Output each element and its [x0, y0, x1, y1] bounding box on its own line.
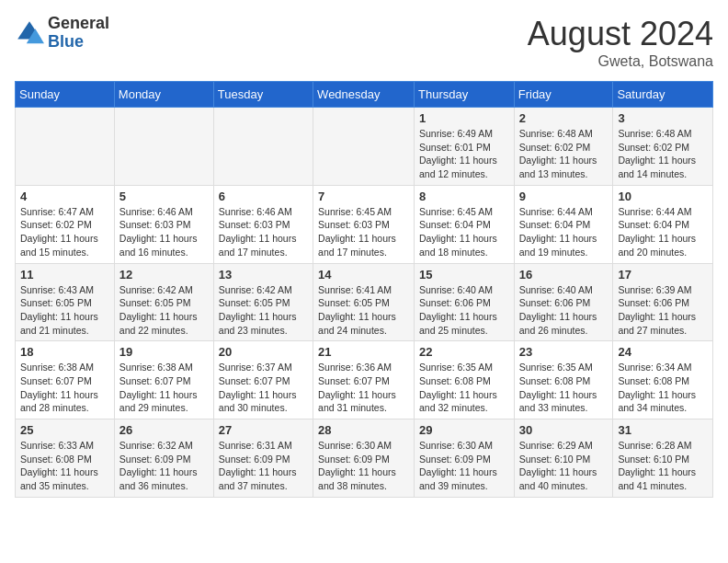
logo-text: General Blue	[48, 15, 109, 52]
day-info: Sunrise: 6:35 AM Sunset: 6:08 PM Dayligh…	[419, 361, 509, 415]
day-info: Sunrise: 6:46 AM Sunset: 6:03 PM Dayligh…	[219, 205, 308, 259]
day-info: Sunrise: 6:42 AM Sunset: 6:05 PM Dayligh…	[219, 283, 308, 338]
day-info: Sunrise: 6:39 AM Sunset: 6:06 PM Dayligh…	[618, 283, 708, 338]
day-info: Sunrise: 6:40 AM Sunset: 6:06 PM Dayligh…	[419, 283, 509, 338]
calendar-cell: 8Sunrise: 6:45 AM Sunset: 6:04 PM Daylig…	[415, 185, 515, 263]
calendar-cell: 17Sunrise: 6:39 AM Sunset: 6:06 PM Dayli…	[613, 263, 713, 341]
day-number: 21	[318, 345, 409, 359]
logo-blue-text: Blue	[48, 33, 109, 52]
calendar-cell: 15Sunrise: 6:40 AM Sunset: 6:06 PM Dayli…	[415, 263, 515, 341]
day-number: 25	[20, 423, 109, 437]
day-info: Sunrise: 6:29 AM Sunset: 6:10 PM Dayligh…	[519, 439, 609, 493]
day-info: Sunrise: 6:38 AM Sunset: 6:07 PM Dayligh…	[20, 361, 109, 415]
day-info: Sunrise: 6:30 AM Sunset: 6:09 PM Dayligh…	[419, 439, 509, 493]
day-info: Sunrise: 6:45 AM Sunset: 6:04 PM Dayligh…	[419, 205, 509, 259]
calendar-cell: 16Sunrise: 6:40 AM Sunset: 6:06 PM Dayli…	[514, 263, 613, 341]
calendar-week-row: 4Sunrise: 6:47 AM Sunset: 6:02 PM Daylig…	[16, 185, 713, 263]
day-info: Sunrise: 6:41 AM Sunset: 6:05 PM Dayligh…	[318, 283, 409, 338]
calendar-cell: 24Sunrise: 6:34 AM Sunset: 6:08 PM Dayli…	[613, 341, 713, 419]
day-info: Sunrise: 6:36 AM Sunset: 6:07 PM Dayligh…	[318, 361, 409, 415]
day-number: 26	[119, 423, 209, 437]
day-info: Sunrise: 6:43 AM Sunset: 6:05 PM Dayligh…	[20, 283, 109, 338]
day-number: 16	[519, 268, 609, 282]
day-info: Sunrise: 6:37 AM Sunset: 6:07 PM Dayligh…	[219, 361, 308, 415]
calendar-cell: 21Sunrise: 6:36 AM Sunset: 6:07 PM Dayli…	[313, 341, 415, 419]
day-number: 1	[419, 111, 509, 125]
day-of-week-header: Wednesday	[313, 82, 415, 108]
day-number: 29	[419, 423, 509, 437]
day-number: 2	[519, 111, 609, 125]
calendar-cell: 29Sunrise: 6:30 AM Sunset: 6:09 PM Dayli…	[415, 419, 515, 498]
day-of-week-header: Sunday	[16, 82, 115, 108]
day-number: 22	[419, 345, 509, 359]
day-number: 20	[219, 345, 308, 359]
day-number: 30	[519, 423, 609, 437]
day-number: 6	[219, 190, 308, 203]
day-of-week-header: Saturday	[613, 82, 713, 108]
location-subtitle: Gweta, Botswana	[528, 53, 713, 70]
day-number: 5	[119, 190, 209, 203]
day-info: Sunrise: 6:31 AM Sunset: 6:09 PM Dayligh…	[219, 439, 308, 493]
day-info: Sunrise: 6:49 AM Sunset: 6:01 PM Dayligh…	[419, 127, 509, 181]
calendar-week-row: 25Sunrise: 6:33 AM Sunset: 6:08 PM Dayli…	[16, 419, 713, 498]
calendar-cell: 11Sunrise: 6:43 AM Sunset: 6:05 PM Dayli…	[16, 263, 115, 341]
calendar-cell: 7Sunrise: 6:45 AM Sunset: 6:03 PM Daylig…	[313, 185, 415, 263]
calendar-cell: 23Sunrise: 6:35 AM Sunset: 6:08 PM Dayli…	[514, 341, 613, 419]
day-of-week-header: Friday	[514, 82, 613, 108]
calendar-header: SundayMondayTuesdayWednesdayThursdayFrid…	[16, 82, 713, 108]
page-header: General Blue August 2024 Gweta, Botswana	[15, 15, 713, 70]
day-info: Sunrise: 6:33 AM Sunset: 6:08 PM Dayligh…	[20, 439, 109, 493]
calendar-table: SundayMondayTuesdayWednesdayThursdayFrid…	[15, 81, 713, 498]
day-info: Sunrise: 6:34 AM Sunset: 6:08 PM Dayligh…	[618, 361, 708, 415]
day-number: 27	[219, 423, 308, 437]
logo-general-text: General	[48, 15, 109, 33]
day-info: Sunrise: 6:28 AM Sunset: 6:10 PM Dayligh…	[618, 439, 708, 493]
calendar-week-row: 11Sunrise: 6:43 AM Sunset: 6:05 PM Dayli…	[16, 263, 713, 341]
day-info: Sunrise: 6:48 AM Sunset: 6:02 PM Dayligh…	[618, 127, 708, 181]
day-number: 23	[519, 345, 609, 359]
day-number: 7	[318, 190, 409, 203]
calendar-cell: 19Sunrise: 6:38 AM Sunset: 6:07 PM Dayli…	[114, 341, 213, 419]
day-info: Sunrise: 6:44 AM Sunset: 6:04 PM Dayligh…	[519, 205, 609, 259]
calendar-cell: 9Sunrise: 6:44 AM Sunset: 6:04 PM Daylig…	[514, 185, 613, 263]
month-year-title: August 2024	[528, 15, 713, 53]
day-of-week-header: Monday	[114, 82, 213, 108]
day-number: 17	[618, 268, 708, 282]
day-of-week-header: Tuesday	[213, 82, 313, 108]
day-info: Sunrise: 6:35 AM Sunset: 6:08 PM Dayligh…	[519, 361, 609, 415]
day-info: Sunrise: 6:38 AM Sunset: 6:07 PM Dayligh…	[119, 361, 209, 415]
title-block: August 2024 Gweta, Botswana	[528, 15, 713, 70]
day-info: Sunrise: 6:42 AM Sunset: 6:05 PM Dayligh…	[119, 283, 209, 338]
day-info: Sunrise: 6:40 AM Sunset: 6:06 PM Dayligh…	[519, 283, 609, 338]
calendar-cell: 18Sunrise: 6:38 AM Sunset: 6:07 PM Dayli…	[16, 341, 115, 419]
day-number: 14	[318, 268, 409, 282]
day-info: Sunrise: 6:45 AM Sunset: 6:03 PM Dayligh…	[318, 205, 409, 259]
calendar-cell: 2Sunrise: 6:48 AM Sunset: 6:02 PM Daylig…	[514, 108, 613, 186]
calendar-cell: 1Sunrise: 6:49 AM Sunset: 6:01 PM Daylig…	[415, 108, 515, 186]
logo: General Blue	[15, 15, 109, 52]
calendar-week-row: 18Sunrise: 6:38 AM Sunset: 6:07 PM Dayli…	[16, 341, 713, 419]
day-number: 13	[219, 268, 308, 282]
day-number: 11	[20, 268, 109, 282]
calendar-cell: 12Sunrise: 6:42 AM Sunset: 6:05 PM Dayli…	[114, 263, 213, 341]
day-number: 8	[419, 190, 509, 203]
day-of-week-header: Thursday	[415, 82, 515, 108]
calendar-cell: 6Sunrise: 6:46 AM Sunset: 6:03 PM Daylig…	[213, 185, 313, 263]
day-number: 28	[318, 423, 409, 437]
day-info: Sunrise: 6:44 AM Sunset: 6:04 PM Dayligh…	[618, 205, 708, 259]
calendar-cell	[16, 108, 115, 186]
calendar-body: 1Sunrise: 6:49 AM Sunset: 6:01 PM Daylig…	[16, 108, 713, 498]
calendar-cell: 14Sunrise: 6:41 AM Sunset: 6:05 PM Dayli…	[313, 263, 415, 341]
calendar-cell	[313, 108, 415, 186]
calendar-cell: 10Sunrise: 6:44 AM Sunset: 6:04 PM Dayli…	[613, 185, 713, 263]
day-number: 24	[618, 345, 708, 359]
day-info: Sunrise: 6:32 AM Sunset: 6:09 PM Dayligh…	[119, 439, 209, 493]
calendar-cell: 5Sunrise: 6:46 AM Sunset: 6:03 PM Daylig…	[114, 185, 213, 263]
calendar-cell	[213, 108, 313, 186]
day-info: Sunrise: 6:48 AM Sunset: 6:02 PM Dayligh…	[519, 127, 609, 181]
calendar-cell: 28Sunrise: 6:30 AM Sunset: 6:09 PM Dayli…	[313, 419, 415, 498]
day-number: 19	[119, 345, 209, 359]
day-number: 15	[419, 268, 509, 282]
day-number: 12	[119, 268, 209, 282]
calendar-cell: 25Sunrise: 6:33 AM Sunset: 6:08 PM Dayli…	[16, 419, 115, 498]
